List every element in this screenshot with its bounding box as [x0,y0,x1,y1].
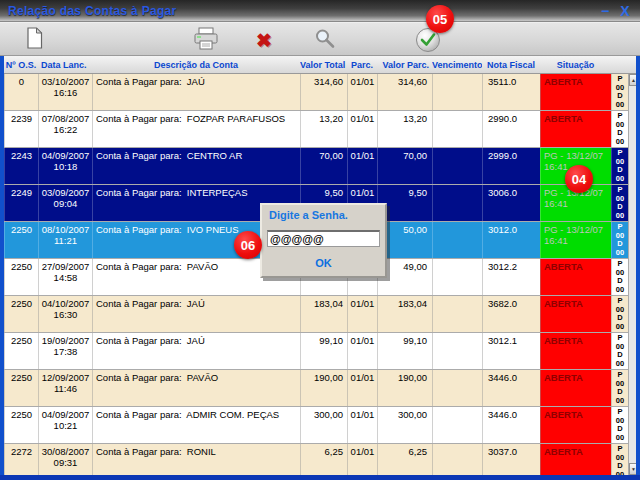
cell-vencimento [432,333,482,369]
cell-pd: P00D00 [611,74,628,110]
table-row[interactable]: 225004/10/200716:30Conta à Pagar para: J… [0,296,636,333]
cell-os: 2250 [4,407,38,443]
cell-situacao: PG - 13/12/0716:41 [540,222,611,258]
cell-valor-total: 314,60 [300,74,347,110]
cell-valor-parc: 314,60 [377,74,432,110]
cell-nota-fiscal: 3006.0 [482,185,540,221]
cell-pd: P00D00 [611,222,628,258]
cell-os: 2250 [4,222,38,258]
cell-vencimento [432,74,482,110]
cell-valor-total: 190,00 [300,370,347,406]
ok-button[interactable]: OK [262,257,385,269]
cell-os: 0 [4,74,38,110]
delete-button[interactable]: ✖ [250,26,278,54]
table-row[interactable]: 227230/08/200709:31Conta à Pagar para: R… [0,444,636,475]
cell-descricao: Conta à Pagar para: RONIL [92,444,300,475]
column-header-data-lanc[interactable]: Data Lanc. [38,56,92,74]
cell-os: 2250 [4,370,38,406]
table-row[interactable]: 225019/09/200717:38Conta à Pagar para: J… [0,333,636,370]
cell-pd: P00D00 [611,370,628,406]
minimize-button[interactable]: − [596,1,614,21]
search-icon [314,28,335,53]
cell-os: 2243 [4,148,38,184]
callout-badge-04: 04 [565,165,593,193]
new-document-button[interactable] [20,26,48,54]
cell-pd: P00D00 [611,407,628,443]
cell-parc: 01/01 [347,370,377,406]
cell-parc: 01/01 [347,296,377,332]
callout-badge-05: 05 [426,5,454,33]
cell-data-lanc: 08/10/200711:21 [38,222,92,258]
cell-pd: P00D00 [611,111,628,147]
table-row[interactable]: 225012/09/200711:46Conta à Pagar para: P… [0,370,636,407]
cell-valor-total: 300,00 [300,407,347,443]
app-window: Relação das Contas à Pagar − X [0,0,640,480]
cell-vencimento [432,148,482,184]
cell-parc: 01/01 [347,444,377,475]
cell-situacao: ABERTA [540,259,611,295]
cell-data-lanc: 30/08/200709:31 [38,444,92,475]
column-header-vencimento[interactable]: Vencimento [432,56,482,74]
column-header-valor-total[interactable]: Valor Total [300,56,347,74]
table-row[interactable]: 224304/09/200710:18Conta à Pagar para: C… [0,148,636,185]
cell-descricao: Conta à Pagar para: FOZPAR PARAFUSOS [92,111,300,147]
column-header-parc[interactable]: Parc. [347,56,377,74]
cell-data-lanc: 04/09/200710:21 [38,407,92,443]
cell-descricao: Conta à Pagar para: JAÚ [92,74,300,110]
column-header-nota-fiscal[interactable]: Nota Fiscal [482,56,540,74]
cell-pd: P00D00 [611,444,628,475]
cell-data-lanc: 12/09/200711:46 [38,370,92,406]
cell-situacao: ABERTA [540,296,611,332]
cell-nota-fiscal: 2999.0 [482,148,540,184]
window-border-right [636,56,640,480]
cell-descricao: Conta à Pagar para: ADMIR COM. PEÇAS [92,407,300,443]
cell-data-lanc: 03/10/200716:16 [38,74,92,110]
cell-parc: 01/01 [347,333,377,369]
cell-valor-parc: 6,25 [377,444,432,475]
cell-situacao: ABERTA [540,444,611,475]
cell-nota-fiscal: 2990.0 [482,111,540,147]
print-button[interactable] [192,26,220,54]
cell-data-lanc: 03/09/200709:04 [38,185,92,221]
column-header-valor-parc[interactable]: Valor Parc. [377,56,432,74]
search-button[interactable] [310,26,338,54]
cell-vencimento [432,296,482,332]
cell-os: 2272 [4,444,38,475]
window-border-left [0,56,4,480]
column-header-situacao[interactable]: Situação [540,56,611,74]
cell-valor-total: 183,04 [300,296,347,332]
cell-valor-total: 13,20 [300,111,347,147]
delete-x-icon: ✖ [256,29,272,52]
cell-vencimento [432,185,482,221]
cell-os: 2249 [4,185,38,221]
column-header-descricao[interactable]: Descrição da Conta [92,56,300,74]
column-headers: Nº O.S.Data Lanc.Descrição da ContaValor… [0,56,640,74]
cell-data-lanc: 04/09/200710:18 [38,148,92,184]
table-row[interactable]: 003/10/200716:16Conta à Pagar para: JAÚ3… [0,74,636,111]
cell-nota-fiscal: 3446.0 [482,407,540,443]
cell-situacao: ABERTA [540,407,611,443]
cell-valor-parc: 70,00 [377,148,432,184]
close-button[interactable]: X [616,1,634,21]
column-header-os[interactable]: Nº O.S. [4,56,38,74]
password-dialog: Digite a Senha. OK [260,203,387,278]
cell-nota-fiscal: 3682.0 [482,296,540,332]
cell-valor-total: 70,00 [300,148,347,184]
cell-valor-parc: 13,20 [377,111,432,147]
cell-vencimento [432,259,482,295]
cell-valor-parc: 183,04 [377,296,432,332]
table-row[interactable]: 223907/08/200716:22Conta à Pagar para: F… [0,111,636,148]
printer-icon [193,27,219,54]
cell-vencimento [432,222,482,258]
password-input[interactable] [267,230,380,247]
cell-nota-fiscal: 3012.1 [482,333,540,369]
cell-situacao: ABERTA [540,74,611,110]
cell-parc: 01/01 [347,148,377,184]
table-row[interactable]: 225004/09/200710:21Conta à Pagar para: A… [0,407,636,444]
callout-badge-06: 06 [234,231,262,259]
cell-parc: 01/01 [347,407,377,443]
cell-pd: P00D00 [611,296,628,332]
cell-data-lanc: 04/10/200716:30 [38,296,92,332]
cell-vencimento [432,370,482,406]
toolbar: ✖ [0,22,640,56]
